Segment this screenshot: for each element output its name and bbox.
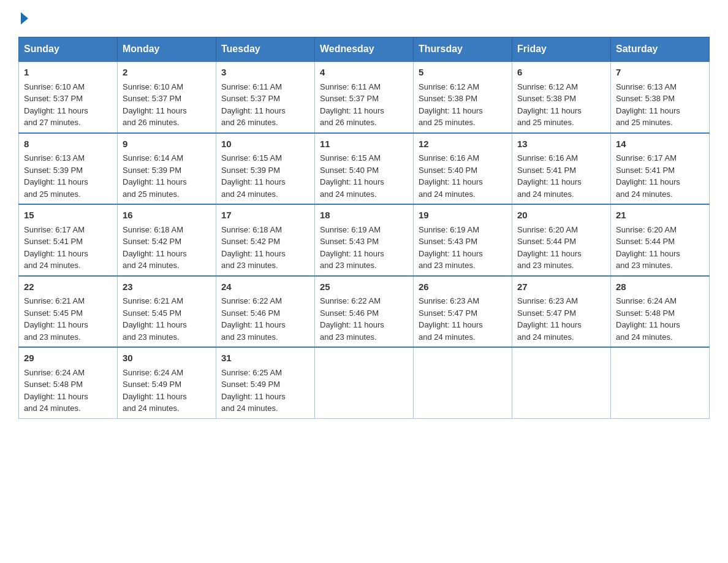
day-number: 8: [24, 137, 112, 151]
day-cell: 23 Sunrise: 6:21 AM Sunset: 5:45 PM Dayl…: [118, 276, 216, 348]
day-cell: 4 Sunrise: 6:11 AM Sunset: 5:37 PM Dayli…: [315, 61, 414, 133]
day-number: 16: [123, 209, 211, 223]
day-number: 4: [320, 66, 408, 80]
week-row-3: 15 Sunrise: 6:17 AM Sunset: 5:41 PM Dayl…: [19, 204, 710, 276]
day-number: 18: [320, 209, 408, 223]
day-info: Sunrise: 6:16 AM Sunset: 5:41 PM Dayligh…: [517, 153, 582, 199]
day-info: Sunrise: 6:17 AM Sunset: 5:41 PM Dayligh…: [616, 153, 680, 199]
calendar-body: 1 Sunrise: 6:10 AM Sunset: 5:37 PM Dayli…: [19, 61, 710, 418]
logo-blue-text: [18, 12, 28, 25]
day-number: 6: [517, 66, 605, 80]
day-cell: [315, 347, 414, 418]
calendar-header: SundayMondayTuesdayWednesdayThursdayFrid…: [19, 37, 710, 62]
header-cell-friday: Friday: [512, 37, 611, 62]
day-info: Sunrise: 6:15 AM Sunset: 5:39 PM Dayligh…: [221, 153, 286, 199]
header-cell-sunday: Sunday: [19, 37, 118, 62]
day-info: Sunrise: 6:21 AM Sunset: 5:45 PM Dayligh…: [24, 296, 88, 342]
day-number: 28: [616, 280, 704, 294]
day-info: Sunrise: 6:22 AM Sunset: 5:46 PM Dayligh…: [320, 296, 384, 342]
day-number: 11: [320, 137, 408, 151]
day-info: Sunrise: 6:23 AM Sunset: 5:47 PM Dayligh…: [517, 296, 582, 342]
day-info: Sunrise: 6:20 AM Sunset: 5:44 PM Dayligh…: [616, 225, 680, 270]
day-cell: 19 Sunrise: 6:19 AM Sunset: 5:43 PM Dayl…: [414, 204, 512, 276]
day-info: Sunrise: 6:15 AM Sunset: 5:40 PM Dayligh…: [320, 153, 384, 199]
day-cell: 17 Sunrise: 6:18 AM Sunset: 5:42 PM Dayl…: [216, 204, 315, 276]
day-info: Sunrise: 6:25 AM Sunset: 5:49 PM Dayligh…: [221, 368, 286, 413]
day-cell: 27 Sunrise: 6:23 AM Sunset: 5:47 PM Dayl…: [512, 276, 611, 348]
day-number: 1: [24, 66, 112, 80]
day-number: 14: [616, 137, 704, 151]
day-info: Sunrise: 6:19 AM Sunset: 5:43 PM Dayligh…: [419, 225, 483, 270]
day-cell: 16 Sunrise: 6:18 AM Sunset: 5:42 PM Dayl…: [118, 204, 216, 276]
header-cell-saturday: Saturday: [611, 37, 710, 62]
day-cell: 18 Sunrise: 6:19 AM Sunset: 5:43 PM Dayl…: [315, 204, 414, 276]
day-number: 5: [419, 66, 507, 80]
day-number: 3: [221, 66, 309, 80]
day-info: Sunrise: 6:21 AM Sunset: 5:45 PM Dayligh…: [123, 296, 187, 342]
day-info: Sunrise: 6:22 AM Sunset: 5:46 PM Dayligh…: [221, 296, 286, 342]
day-cell: 3 Sunrise: 6:11 AM Sunset: 5:37 PM Dayli…: [216, 61, 315, 133]
day-info: Sunrise: 6:12 AM Sunset: 5:38 PM Dayligh…: [419, 82, 483, 128]
day-number: 20: [517, 209, 605, 223]
day-cell: 1 Sunrise: 6:10 AM Sunset: 5:37 PM Dayli…: [19, 61, 118, 133]
day-info: Sunrise: 6:17 AM Sunset: 5:41 PM Dayligh…: [24, 225, 88, 270]
day-cell: 12 Sunrise: 6:16 AM Sunset: 5:40 PM Dayl…: [414, 133, 512, 205]
week-row-5: 29 Sunrise: 6:24 AM Sunset: 5:48 PM Dayl…: [19, 347, 710, 418]
day-number: 13: [517, 137, 605, 151]
day-info: Sunrise: 6:10 AM Sunset: 5:37 PM Dayligh…: [123, 82, 187, 128]
logo: [18, 12, 28, 25]
day-number: 12: [419, 137, 507, 151]
day-number: 21: [616, 209, 704, 223]
day-info: Sunrise: 6:18 AM Sunset: 5:42 PM Dayligh…: [123, 225, 187, 270]
day-cell: 13 Sunrise: 6:16 AM Sunset: 5:41 PM Dayl…: [512, 133, 611, 205]
day-cell: 29 Sunrise: 6:24 AM Sunset: 5:48 PM Dayl…: [19, 347, 118, 418]
day-cell: 6 Sunrise: 6:12 AM Sunset: 5:38 PM Dayli…: [512, 61, 611, 133]
day-number: 30: [123, 351, 211, 366]
day-info: Sunrise: 6:14 AM Sunset: 5:39 PM Dayligh…: [123, 153, 187, 199]
header-cell-tuesday: Tuesday: [216, 37, 315, 62]
day-cell: 20 Sunrise: 6:20 AM Sunset: 5:44 PM Dayl…: [512, 204, 611, 276]
day-info: Sunrise: 6:11 AM Sunset: 5:37 PM Dayligh…: [221, 82, 286, 128]
day-info: Sunrise: 6:24 AM Sunset: 5:48 PM Dayligh…: [616, 296, 680, 342]
day-info: Sunrise: 6:12 AM Sunset: 5:38 PM Dayligh…: [517, 82, 582, 128]
day-number: 7: [616, 66, 704, 80]
day-number: 22: [24, 280, 112, 294]
day-number: 17: [221, 209, 309, 223]
day-number: 10: [221, 137, 309, 151]
day-info: Sunrise: 6:20 AM Sunset: 5:44 PM Dayligh…: [517, 225, 582, 270]
day-cell: 14 Sunrise: 6:17 AM Sunset: 5:41 PM Dayl…: [611, 133, 710, 205]
day-number: 31: [221, 351, 309, 366]
week-row-1: 1 Sunrise: 6:10 AM Sunset: 5:37 PM Dayli…: [19, 61, 710, 133]
day-info: Sunrise: 6:19 AM Sunset: 5:43 PM Dayligh…: [320, 225, 384, 270]
day-info: Sunrise: 6:24 AM Sunset: 5:48 PM Dayligh…: [24, 368, 88, 413]
day-cell: 10 Sunrise: 6:15 AM Sunset: 5:39 PM Dayl…: [216, 133, 315, 205]
day-cell: 8 Sunrise: 6:13 AM Sunset: 5:39 PM Dayli…: [19, 133, 118, 205]
day-cell: 31 Sunrise: 6:25 AM Sunset: 5:49 PM Dayl…: [216, 347, 315, 418]
week-row-2: 8 Sunrise: 6:13 AM Sunset: 5:39 PM Dayli…: [19, 133, 710, 205]
day-number: 19: [419, 209, 507, 223]
day-info: Sunrise: 6:13 AM Sunset: 5:39 PM Dayligh…: [24, 153, 88, 199]
day-number: 23: [123, 280, 211, 294]
calendar-table: SundayMondayTuesdayWednesdayThursdayFrid…: [18, 37, 710, 419]
day-info: Sunrise: 6:13 AM Sunset: 5:38 PM Dayligh…: [616, 82, 680, 128]
day-info: Sunrise: 6:18 AM Sunset: 5:42 PM Dayligh…: [221, 225, 286, 270]
day-number: 24: [221, 280, 309, 294]
day-number: 29: [24, 351, 112, 366]
day-info: Sunrise: 6:11 AM Sunset: 5:37 PM Dayligh…: [320, 82, 384, 128]
day-cell: 28 Sunrise: 6:24 AM Sunset: 5:48 PM Dayl…: [611, 276, 710, 348]
day-number: 9: [123, 137, 211, 151]
day-cell: 9 Sunrise: 6:14 AM Sunset: 5:39 PM Dayli…: [118, 133, 216, 205]
day-cell: 7 Sunrise: 6:13 AM Sunset: 5:38 PM Dayli…: [611, 61, 710, 133]
day-cell: [414, 347, 512, 418]
day-cell: 21 Sunrise: 6:20 AM Sunset: 5:44 PM Dayl…: [611, 204, 710, 276]
day-cell: 22 Sunrise: 6:21 AM Sunset: 5:45 PM Dayl…: [19, 276, 118, 348]
day-cell: 25 Sunrise: 6:22 AM Sunset: 5:46 PM Dayl…: [315, 276, 414, 348]
day-cell: 15 Sunrise: 6:17 AM Sunset: 5:41 PM Dayl…: [19, 204, 118, 276]
day-number: 26: [419, 280, 507, 294]
header-cell-monday: Monday: [118, 37, 216, 62]
day-number: 25: [320, 280, 408, 294]
week-row-4: 22 Sunrise: 6:21 AM Sunset: 5:45 PM Dayl…: [19, 276, 710, 348]
day-info: Sunrise: 6:24 AM Sunset: 5:49 PM Dayligh…: [123, 368, 187, 413]
header-cell-wednesday: Wednesday: [315, 37, 414, 62]
page-header: [18, 12, 710, 25]
